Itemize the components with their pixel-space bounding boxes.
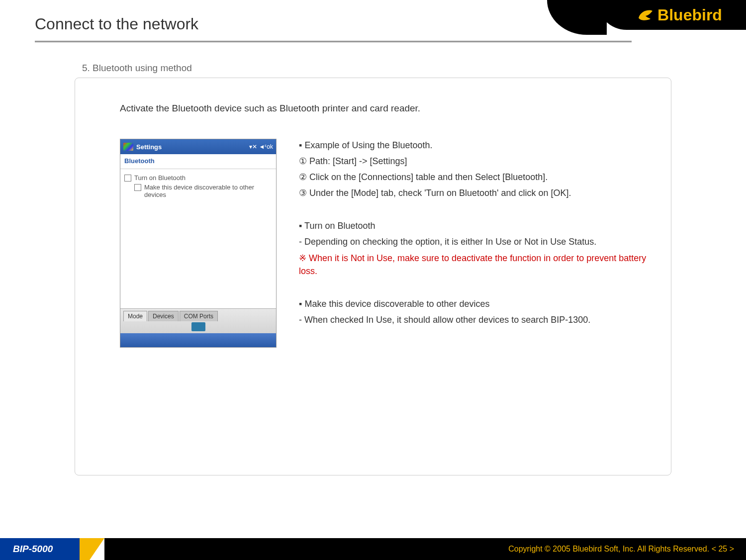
turn-on-heading: ▪ Turn on Bluetooth <box>299 219 651 232</box>
step-1: ① Path: [Start] -> [Settings] <box>299 155 651 168</box>
brand-banner: Bluebird <box>597 0 746 30</box>
mock-check-discoverable[interactable]: Make this device discoverable to other d… <box>134 184 272 198</box>
brand-text: Bluebird <box>657 6 722 24</box>
step-3: ③ Under the [Mode] tab, check 'Turn on B… <box>299 187 651 199</box>
turn-on-line1: - Depending on checking the option, it i… <box>299 235 651 248</box>
mock-titlebar: Settings ▾✕ ◄ᵋ ok <box>120 139 276 154</box>
mock-check-turn-on[interactable]: Turn on Bluetooth <box>124 174 272 182</box>
mock-tab-bar: Mode Devices COM Ports <box>120 308 276 333</box>
discoverable-heading: ▪ Make this device discoverable to other… <box>299 297 651 310</box>
mock-ok: ok <box>267 143 273 150</box>
footer-sweep <box>80 538 104 560</box>
keyboard-icon[interactable] <box>191 322 205 331</box>
device-screenshot: Settings ▾✕ ◄ᵋ ok Bluetooth Turn on Blue… <box>120 139 284 348</box>
footer-bar: BIP-5000 Copyright © 2005 Bluebird Soft,… <box>0 538 746 560</box>
mock-tab-comports[interactable]: COM Ports <box>180 311 218 321</box>
content-panel: Activate the Bluetooth device such as Bl… <box>75 78 671 475</box>
discoverable-line1: - When checked In Use, it should allow o… <box>299 313 651 326</box>
example-heading: ▪ Example of Using the Bluetooth. <box>299 139 651 152</box>
mock-tab-mode[interactable]: Mode <box>123 311 147 321</box>
mock-tab-devices[interactable]: Devices <box>148 311 179 321</box>
title-underline <box>35 41 632 43</box>
bluebird-icon <box>636 6 653 24</box>
footer-copyright: Copyright © 2005 Bluebird Soft, Inc. All… <box>104 538 746 560</box>
mock-signal-icon: ▾✕ ◄ᵋ <box>249 143 267 150</box>
checkbox-icon <box>124 175 131 182</box>
start-flag-icon <box>123 143 133 151</box>
turn-on-warning: ※ When it is Not in Use, make sure to de… <box>299 252 651 278</box>
step-2: ② Click on the [Connections] table and t… <box>299 171 651 184</box>
checkbox-icon <box>134 184 141 191</box>
mock-check1-label: Turn on Bluetooth <box>134 174 186 182</box>
mock-subtitle: Bluetooth <box>120 154 276 169</box>
mock-title: Settings <box>136 143 162 151</box>
footer-model: BIP-5000 <box>0 538 80 560</box>
mock-check2-label: Make this device discoverable to other d… <box>144 184 272 198</box>
mock-lower-bar <box>120 333 276 347</box>
intro-text: Activate the Bluetooth device such as Bl… <box>120 103 651 114</box>
section-heading: 5. Bluetooth using method <box>82 63 746 74</box>
